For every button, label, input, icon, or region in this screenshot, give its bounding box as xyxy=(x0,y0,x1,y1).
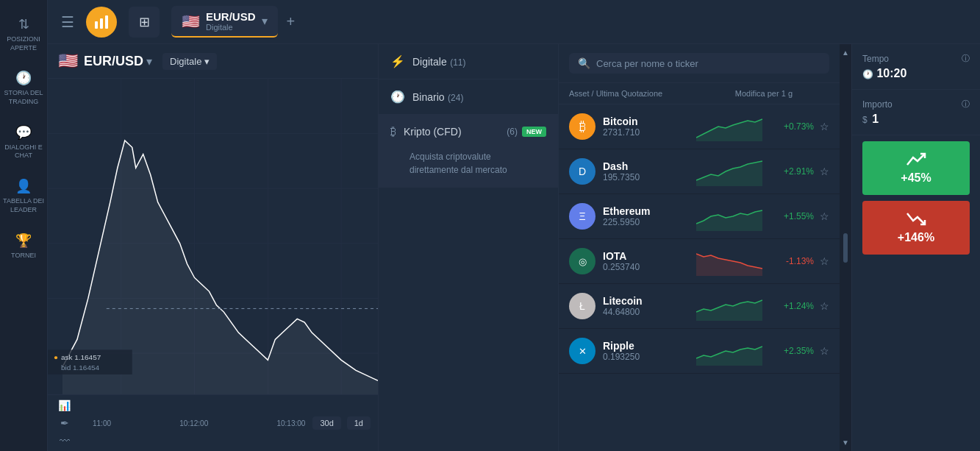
hamburger-button[interactable]: ☰ xyxy=(55,7,80,37)
assets-header: Asset / Ultima Quotazione Modifica per 1… xyxy=(559,83,840,104)
sidebar-item-leaderboard[interactable]: 👤 TABELLA DEILEADER xyxy=(0,169,47,223)
x-label-2: 10:12:00 xyxy=(179,419,208,427)
asset-selector[interactable]: 🇺🇸 EUR/USD Digitale ▾ xyxy=(171,6,278,38)
dash-info: Dash 195.7350 xyxy=(603,160,689,182)
ripple-name: Ripple xyxy=(603,340,689,352)
trade-down-button[interactable]: +146% xyxy=(862,201,970,255)
category-kripto[interactable]: ₿ Kripto (CFD) (6) NEW Acquista criptova… xyxy=(379,115,558,188)
scroll-bar[interactable]: ▲ ▼ xyxy=(840,44,851,451)
iota-chart xyxy=(696,246,762,276)
litecoin-logo: Ł xyxy=(569,293,595,319)
scroll-down-arrow[interactable]: ▼ xyxy=(842,438,849,447)
trade-down-icon xyxy=(906,211,926,231)
chart-svg: ● ask 1.16457 bid 1.16454 xyxy=(48,79,378,394)
dash-logo: D xyxy=(569,158,595,185)
sidebar-label-leaderboard: TABELLA DEILEADER xyxy=(3,197,44,214)
search-icon: 🔍 xyxy=(578,57,590,69)
add-tab-button[interactable]: + xyxy=(287,13,296,30)
chart-flag: 🇺🇸 xyxy=(58,52,78,71)
asset-row-bitcoin[interactable]: ₿ Bitcoin 2731.710 +0.73% ☆ xyxy=(559,104,840,149)
asset-name-display: EUR/USD xyxy=(206,10,256,23)
iota-change: -1.13% xyxy=(770,256,814,266)
kripto-description: Acquista criptovalutedirettamente dal me… xyxy=(390,150,507,177)
chart-bottom: 📊 ✒ 〰 11:00 10:12:00 10:13:00 30d 1d xyxy=(48,394,378,451)
tempo-info-icon[interactable]: ⓘ xyxy=(962,53,970,64)
category-digitale[interactable]: ⚡ Digitale (11) xyxy=(379,44,558,79)
assets-panel: 🔍 Asset / Ultima Quotazione Modifica per… xyxy=(559,44,840,451)
asset-row-ethereum[interactable]: Ξ Ethereum 225.5950 +1.55% ☆ xyxy=(559,194,840,239)
sidebar-item-positions[interactable]: ⇅ POSIZIONI APERTE xyxy=(0,7,47,61)
sidebar-item-chat[interactable]: 💬 DIALOGHI ECHAT xyxy=(0,116,47,169)
trade-down-pct: +146% xyxy=(898,231,934,244)
binario-icon: 🕐 xyxy=(390,90,405,104)
ripple-price: 0.193250 xyxy=(603,352,689,362)
importo-info-icon[interactable]: ⓘ xyxy=(962,99,970,110)
chart-dropdown-icon[interactable]: ▾ xyxy=(146,54,152,68)
sidebar-label-chat: DIALOGHI ECHAT xyxy=(4,143,43,160)
kripto-label: Kripto (CFD) xyxy=(404,126,502,138)
x-label-1: 11:00 xyxy=(93,419,111,427)
importo-label: Importo ⓘ xyxy=(862,99,970,110)
sidebar-item-tournaments[interactable]: 🏆 TORNEI xyxy=(0,224,47,269)
logo-icon xyxy=(93,14,110,30)
bitcoin-logo: ₿ xyxy=(569,113,595,140)
tempo-section: Tempo ⓘ 🕐 10:20 xyxy=(852,44,980,90)
digitale-icon: ⚡ xyxy=(390,54,405,68)
svg-marker-19 xyxy=(696,161,762,186)
svg-marker-22 xyxy=(696,300,762,321)
ethereum-logo: Ξ xyxy=(569,203,595,230)
instruments-panel: ⚡ Digitale (11) 🕐 Binario (24) ₿ Kripto … xyxy=(379,44,559,451)
asset-row-dash[interactable]: D Dash 195.7350 +2.91% ☆ xyxy=(559,149,840,194)
litecoin-star[interactable]: ☆ xyxy=(820,300,829,312)
asset-row-iota[interactable]: ◎ IOTA 0.253740 -1.13% ☆ xyxy=(559,239,840,284)
scroll-up-arrow[interactable]: ▲ xyxy=(842,49,849,57)
asset-row-ripple[interactable]: ✕ Ripple 0.193250 +2.35% ☆ xyxy=(559,329,840,374)
main-area: ☰ ⊞ 🇺🇸 EUR/USD Digitale ▾ + 🇺🇸 EUR/USD xyxy=(48,0,980,451)
ripple-star[interactable]: ☆ xyxy=(820,345,829,357)
ripple-change: +2.35% xyxy=(770,346,814,356)
trade-up-button[interactable]: +45% xyxy=(862,141,970,195)
svg-rect-1 xyxy=(100,18,103,29)
iota-name: IOTA xyxy=(603,250,689,262)
bitcoin-name: Bitcoin xyxy=(603,116,689,127)
ripple-logo: ✕ xyxy=(569,338,595,364)
ethereum-star[interactable]: ☆ xyxy=(820,210,829,222)
digitale-label: Digitale xyxy=(412,56,447,68)
chevron-down-icon: ▾ xyxy=(262,14,268,28)
dash-star[interactable]: ☆ xyxy=(820,166,829,177)
search-wrapper: 🔍 xyxy=(569,53,829,74)
sidebar-item-history[interactable]: 🕐 STORIA DELTRADING xyxy=(0,61,47,115)
chart-wave-icon[interactable]: 〰 xyxy=(57,433,73,448)
sidebar: ⇅ POSIZIONI APERTE 🕐 STORIA DELTRADING 💬… xyxy=(0,0,48,451)
chart-header: 🇺🇸 EUR/USD ▾ Digitale ▾ xyxy=(48,44,378,79)
grid-button[interactable]: ⊞ xyxy=(129,7,160,38)
kripto-count: (6) xyxy=(507,127,518,137)
trade-up-icon xyxy=(906,152,926,171)
time-30d[interactable]: 30d xyxy=(312,416,340,430)
time-1d[interactable]: 1d xyxy=(347,416,371,430)
tempo-label: Tempo ⓘ xyxy=(862,53,970,64)
category-binario[interactable]: 🕐 Binario (24) xyxy=(379,79,558,115)
binario-count: (24) xyxy=(448,93,463,103)
chart-type-selector[interactable]: Digitale ▾ xyxy=(162,53,217,70)
dash-price: 195.7350 xyxy=(603,172,689,182)
assets-search: 🔍 xyxy=(559,44,840,83)
svg-rect-2 xyxy=(105,15,108,29)
logo-button[interactable] xyxy=(86,7,117,38)
asset-row-litecoin[interactable]: Ł Litecoin 44.64800 +1.24% ☆ xyxy=(559,284,840,329)
iota-star[interactable]: ☆ xyxy=(820,255,829,267)
bitcoin-star[interactable]: ☆ xyxy=(820,121,829,132)
clock-icon: 🕐 xyxy=(862,69,873,79)
chart-type-label: Digitale ▾ xyxy=(170,56,210,67)
importo-section: Importo ⓘ $ 1 xyxy=(852,90,980,135)
main-content: 🇺🇸 EUR/USD ▾ Digitale ▾ xyxy=(48,44,980,451)
chart-candle-icon[interactable]: 📊 xyxy=(55,398,74,413)
search-input[interactable] xyxy=(596,58,820,69)
litecoin-chart xyxy=(696,291,762,321)
chat-icon: 💬 xyxy=(15,124,32,141)
sidebar-label-tournaments: TORNEI xyxy=(11,252,36,260)
chart-draw-icon[interactable]: ✒ xyxy=(57,416,72,430)
iota-logo: ◎ xyxy=(569,248,595,274)
bitcoin-price: 2731.710 xyxy=(603,127,689,138)
header-change: Modifica per 1 g xyxy=(704,89,793,98)
